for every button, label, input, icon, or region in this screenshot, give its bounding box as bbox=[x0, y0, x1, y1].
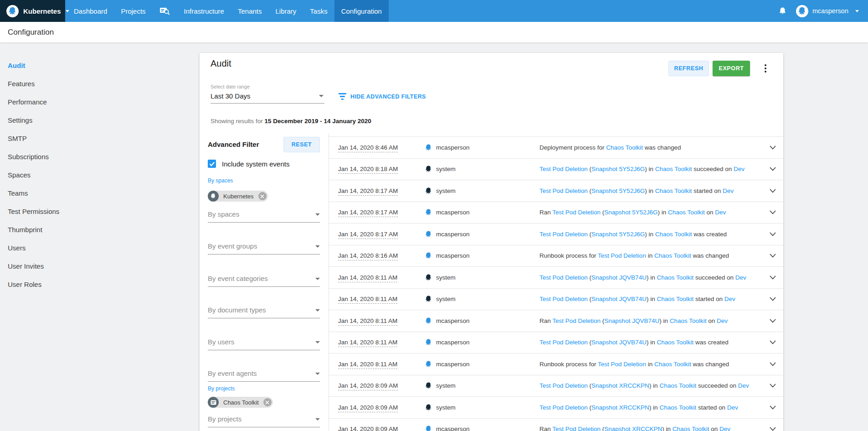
audit-message-link[interactable]: Snapshot 5Y52J6G bbox=[591, 166, 645, 172]
nav-item-library[interactable]: Library bbox=[269, 0, 303, 22]
sidebar-item-test-permissions[interactable]: Test Permissions bbox=[0, 202, 200, 220]
expand-chevron-icon[interactable] bbox=[762, 319, 783, 323]
audit-message-link[interactable]: Chaos Toolkit bbox=[670, 317, 707, 324]
expand-chevron-icon[interactable] bbox=[762, 145, 783, 150]
audit-message-link[interactable]: Chaos Toolkit bbox=[659, 382, 696, 389]
audit-message-link[interactable]: Snapshot JQVB74U bbox=[591, 274, 647, 281]
date-range-select[interactable]: Select date range Last 30 Days bbox=[211, 84, 324, 104]
audit-message-link[interactable]: Chaos Toolkit bbox=[657, 339, 693, 346]
hide-advanced-filters-toggle[interactable]: HIDE ADVANCED FILTERS bbox=[339, 93, 426, 100]
remove-chip-icon[interactable] bbox=[263, 398, 272, 406]
audit-message-link[interactable]: Snapshot XRCCKPN bbox=[591, 382, 649, 389]
audit-row[interactable]: Jan 14, 2020 8:17 AMsystemTest Pod Delet… bbox=[329, 180, 783, 202]
expand-chevron-icon[interactable] bbox=[762, 362, 783, 366]
nav-item-tasks[interactable]: Tasks bbox=[303, 0, 334, 22]
audit-message-link[interactable]: Dev bbox=[715, 209, 726, 216]
audit-message-link[interactable]: Dev bbox=[717, 317, 728, 324]
audit-message-link[interactable]: Chaos Toolkit bbox=[654, 361, 691, 368]
space-filter-chip[interactable]: Kubernetes bbox=[208, 191, 268, 202]
audit-message-link[interactable]: Snapshot JQVB74U bbox=[604, 317, 659, 324]
sidebar-item-features[interactable]: Features bbox=[0, 74, 200, 93]
expand-chevron-icon[interactable] bbox=[762, 427, 783, 431]
project-search-icon[interactable] bbox=[153, 0, 177, 22]
audit-row[interactable]: Jan 14, 2020 8:09 AMsystemTest Pod Delet… bbox=[329, 397, 783, 419]
audit-message-link[interactable]: Test Pod Deletion bbox=[539, 404, 588, 411]
audit-message-link[interactable]: Dev bbox=[727, 404, 738, 411]
notifications-bell-icon[interactable] bbox=[778, 6, 787, 16]
audit-row[interactable]: Jan 14, 2020 8:11 AMmcaspersonRan Test P… bbox=[329, 310, 783, 332]
sidebar-item-user-invites[interactable]: User Invites bbox=[0, 257, 200, 275]
audit-message-link[interactable]: Snapshot JQVB74U bbox=[591, 296, 647, 302]
user-menu[interactable]: mcasperson bbox=[796, 5, 859, 17]
audit-row[interactable]: Jan 14, 2020 8:11 AMmcaspersonTest Pod D… bbox=[329, 332, 783, 354]
audit-message-link[interactable]: Chaos Toolkit bbox=[657, 274, 693, 281]
audit-message-link[interactable]: Snapshot XRCCKPN bbox=[591, 404, 649, 411]
remove-chip-icon[interactable] bbox=[258, 192, 267, 200]
overflow-menu-icon[interactable] bbox=[760, 62, 771, 74]
filter-select-by-document-types[interactable]: By document types bbox=[208, 306, 320, 318]
nav-item-configuration[interactable]: Configuration bbox=[334, 0, 389, 22]
expand-chevron-icon[interactable] bbox=[762, 405, 783, 410]
audit-message-link[interactable]: Dev bbox=[738, 382, 749, 389]
audit-row[interactable]: Jan 14, 2020 8:11 AMmcaspersonRunbook pr… bbox=[329, 353, 783, 375]
include-system-events-checkbox[interactable]: Include system events bbox=[208, 160, 289, 168]
audit-row[interactable]: Jan 14, 2020 8:18 AMsystemTest Pod Delet… bbox=[329, 159, 783, 181]
audit-message-link[interactable]: Dev bbox=[719, 426, 730, 431]
expand-chevron-icon[interactable] bbox=[762, 297, 783, 301]
audit-message-link[interactable]: Chaos Toolkit bbox=[673, 426, 709, 431]
audit-message-link[interactable]: Chaos Toolkit bbox=[668, 209, 705, 216]
audit-message-link[interactable]: Test Pod Deletion bbox=[598, 361, 646, 368]
audit-message-link[interactable]: Test Pod Deletion bbox=[552, 317, 601, 324]
audit-message-link[interactable]: Snapshot JQVB74U bbox=[591, 339, 647, 346]
audit-message-link[interactable]: Test Pod Deletion bbox=[539, 339, 588, 346]
audit-message-link[interactable]: Dev bbox=[734, 166, 745, 172]
audit-message-link[interactable]: Test Pod Deletion bbox=[539, 166, 588, 172]
project-filter-chip[interactable]: Chaos Toolkit bbox=[208, 397, 273, 408]
audit-message-link[interactable]: Dev bbox=[735, 274, 746, 281]
space-switcher[interactable]: Kubernetes bbox=[0, 0, 65, 22]
sidebar-item-audit[interactable]: Audit bbox=[0, 56, 200, 74]
audit-message-link[interactable]: Snapshot 5Y52J6G bbox=[591, 231, 645, 238]
audit-message-link[interactable]: Chaos Toolkit bbox=[659, 404, 696, 411]
audit-message-link[interactable]: Chaos Toolkit bbox=[654, 252, 691, 259]
audit-row[interactable]: Jan 14, 2020 8:09 AMmcaspersonRan Test P… bbox=[329, 419, 783, 431]
audit-message-link[interactable]: Dev bbox=[724, 296, 735, 302]
sidebar-item-performance[interactable]: Performance bbox=[0, 93, 200, 111]
sidebar-item-teams[interactable]: Teams bbox=[0, 184, 200, 202]
audit-row[interactable]: Jan 14, 2020 8:17 AMmcaspersonTest Pod D… bbox=[329, 223, 783, 245]
refresh-button[interactable]: REFRESH bbox=[668, 61, 709, 76]
audit-message-link[interactable]: Snapshot 5Y52J6G bbox=[604, 209, 657, 216]
filter-select-by-event-groups[interactable]: By event groups bbox=[208, 242, 320, 254]
nav-item-projects[interactable]: Projects bbox=[114, 0, 152, 22]
nav-item-tenants[interactable]: Tenants bbox=[231, 0, 269, 22]
audit-row[interactable]: Jan 14, 2020 8:16 AMmcaspersonRunbook pr… bbox=[329, 245, 783, 267]
audit-row[interactable]: Jan 14, 2020 8:11 AMsystemTest Pod Delet… bbox=[329, 289, 783, 311]
expand-chevron-icon[interactable] bbox=[762, 189, 783, 193]
sidebar-item-spaces[interactable]: Spaces bbox=[0, 166, 200, 184]
filter-select-by-users[interactable]: By users bbox=[208, 338, 320, 350]
audit-row[interactable]: Jan 14, 2020 8:46 AMmcaspersonDeployment… bbox=[329, 137, 783, 159]
nav-item-infrastructure[interactable]: Infrastructure bbox=[177, 0, 231, 22]
audit-row[interactable]: Jan 14, 2020 8:09 AMsystemTest Pod Delet… bbox=[329, 375, 783, 397]
audit-message-link[interactable]: Chaos Toolkit bbox=[655, 166, 692, 172]
filter-select-by-event-categories[interactable]: By event categories bbox=[208, 275, 320, 287]
audit-message-link[interactable]: Test Pod Deletion bbox=[539, 382, 588, 389]
audit-message-link[interactable]: Test Pod Deletion bbox=[539, 274, 588, 281]
expand-chevron-icon[interactable] bbox=[762, 340, 783, 344]
expand-chevron-icon[interactable] bbox=[762, 210, 783, 214]
filter-select-by-spaces[interactable]: By spaces bbox=[208, 210, 320, 223]
audit-message-link[interactable]: Dev bbox=[723, 187, 734, 194]
audit-message-link[interactable]: Snapshot 5Y52J6G bbox=[591, 187, 645, 194]
audit-message-link[interactable]: Test Pod Deletion bbox=[598, 252, 646, 259]
reset-button[interactable]: RESET bbox=[283, 137, 320, 152]
audit-message-link[interactable]: Test Pod Deletion bbox=[539, 187, 588, 194]
expand-chevron-icon[interactable] bbox=[762, 275, 783, 280]
audit-message-link[interactable]: Test Pod Deletion bbox=[539, 231, 588, 238]
expand-chevron-icon[interactable] bbox=[762, 384, 783, 388]
expand-chevron-icon[interactable] bbox=[762, 232, 783, 236]
filter-select-by-projects-2[interactable]: By projects bbox=[208, 415, 320, 427]
audit-message-link[interactable]: Chaos Toolkit bbox=[657, 296, 693, 302]
sidebar-item-users[interactable]: Users bbox=[0, 239, 200, 257]
sidebar-item-smtp[interactable]: SMTP bbox=[0, 129, 200, 147]
audit-message-link[interactable]: Chaos Toolkit bbox=[606, 144, 643, 151]
